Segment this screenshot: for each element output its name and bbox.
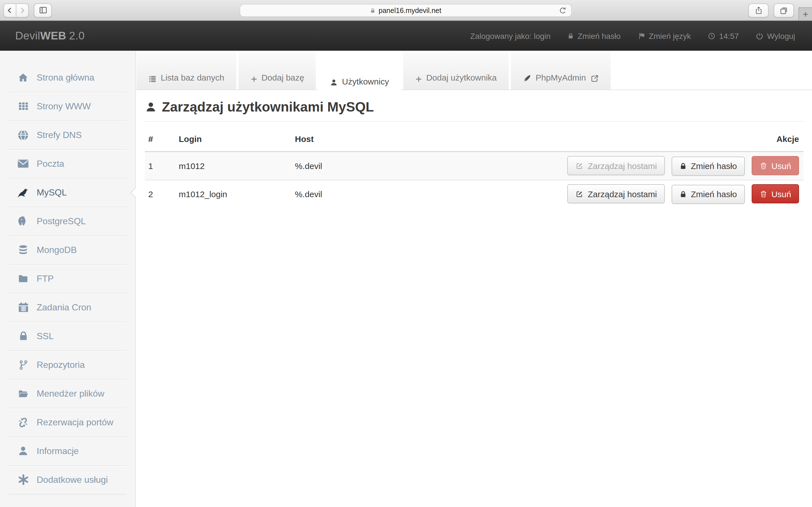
new-tab-button[interactable]: +	[799, 7, 812, 21]
mysql-tabs: Lista baz danych Dodaj bazę Użytkownicy …	[137, 51, 812, 90]
logout-link[interactable]: Wyloguj	[756, 31, 795, 40]
share-button[interactable]	[748, 3, 769, 17]
column-header-index: #	[145, 122, 179, 152]
row-host: %.devil	[295, 152, 563, 180]
sidebar-item-ftp[interactable]: FTP	[0, 264, 135, 293]
sidebar-item-poczta[interactable]: Poczta	[0, 149, 135, 178]
calendar-icon	[16, 301, 30, 313]
edit-icon	[575, 161, 584, 170]
change-language-link[interactable]: Zmień język	[638, 31, 691, 40]
manage-hosts-button[interactable]: Zarządzaj hostami	[567, 184, 665, 203]
mysql-users-table: # Login Host Akcje 1 m1012 %.devil	[145, 122, 804, 208]
sidebar-item-label: Strony WWW	[37, 101, 91, 111]
sidebar-item-rezerwacja-portow[interactable]: Rezerwacja portów	[0, 408, 135, 437]
sidebar-item-informacje[interactable]: Informacje	[0, 437, 135, 465]
manage-hosts-button[interactable]: Zarządzaj hostami	[567, 156, 665, 175]
lock-icon	[679, 162, 687, 170]
sidebar-item-repozytoria[interactable]: Repozytoria	[0, 350, 135, 379]
sidebar-item-label: Repozytoria	[37, 360, 85, 370]
user-icon	[16, 445, 30, 457]
lock-icon	[370, 7, 376, 14]
tab-dodaj-uzytkownika[interactable]: Dodaj użytkownika	[403, 51, 509, 90]
sidebar-item-strona-glowna[interactable]: Strona główna	[0, 63, 135, 92]
tab-dodaj-baze[interactable]: Dodaj bazę	[238, 51, 316, 90]
mysql-dolphin-icon	[16, 186, 30, 199]
refresh-icon[interactable]	[558, 6, 567, 17]
lock-icon	[567, 32, 574, 40]
row-host: %.devil	[295, 180, 563, 208]
sidebar-item-strony-www[interactable]: Strony WWW	[0, 92, 135, 121]
sidebar-item-menedzer-plikow[interactable]: Menedżer plików	[0, 379, 135, 408]
trash-icon	[760, 189, 767, 198]
folder-open-icon	[16, 388, 30, 399]
row-actions: Zarządzaj hostami Zmień hasło Usuń	[563, 180, 804, 208]
tab-overview-button[interactable]	[774, 3, 794, 17]
delete-button[interactable]: Usuń	[752, 184, 799, 203]
list-icon	[148, 75, 157, 83]
sidebar-item-label: MongoDB	[37, 245, 77, 255]
sidebar-item-strefy-dns[interactable]: Strefy DNS	[0, 121, 135, 149]
tab-phpmyadmin[interactable]: PhpMyAdmin	[511, 51, 611, 90]
browser-toolbar: panel16.mydevil.net +	[0, 0, 812, 21]
tab-overview-icon	[779, 6, 788, 15]
sidebar-item-label: Strefy DNS	[37, 130, 82, 140]
sidebar-item-postgresql[interactable]: PostgreSQL	[0, 207, 135, 235]
sidebar-toggle-button[interactable]	[34, 3, 52, 17]
sidebar-item-label: FTP	[37, 274, 54, 284]
change-password-button[interactable]: Zmień hasło	[672, 184, 745, 204]
row-login: m1012	[179, 152, 295, 180]
sidebar-item-ssl[interactable]: SSL	[0, 322, 135, 350]
tab-label: Dodaj bazę	[261, 73, 304, 82]
main-content: Lista baz danych Dodaj bazę Użytkownicy …	[137, 51, 812, 507]
change-password-link[interactable]: Zmień hasło	[567, 31, 621, 40]
sidebar-item-dodatkowe-uslugi[interactable]: Dodatkowe usługi	[0, 465, 135, 494]
sidebar-item-label: PostgreSQL	[37, 216, 86, 226]
sidebar-item-label: Informacje	[37, 446, 79, 456]
tab-label: PhpMyAdmin	[536, 73, 586, 82]
asterisk-icon	[16, 474, 30, 486]
sidebar-item-mongodb[interactable]: MongoDB	[0, 235, 135, 264]
forward-icon	[18, 6, 26, 14]
tab-uzytkownicy[interactable]: Użytkownicy	[318, 51, 401, 94]
postgresql-icon	[16, 215, 30, 227]
row-login: m1012_login	[179, 180, 295, 208]
lock-icon	[679, 190, 687, 198]
sidebar-item-label: Strona główna	[37, 72, 94, 82]
sidebar-item-label: SSL	[37, 331, 54, 341]
chain-broken-icon	[16, 416, 30, 429]
table-row: 2 m1012_login %.devil Zarządzaj hostami …	[145, 180, 804, 208]
home-icon	[16, 72, 30, 83]
git-branch-icon	[16, 358, 30, 371]
clock-indicator: 14:57	[708, 31, 739, 40]
screen: panel16.mydevil.net + DevilWEB2.0 Zalogo…	[0, 0, 812, 507]
app-logo: DevilWEB2.0	[15, 29, 85, 42]
lock-icon	[16, 330, 30, 342]
logged-in-as: Zalogowany jako: login	[470, 31, 551, 40]
tab-lista-baz-danych[interactable]: Lista baz danych	[137, 51, 236, 90]
trash-icon	[760, 161, 767, 170]
sidebar-item-zadania-cron[interactable]: Zadania Cron	[0, 293, 135, 322]
person-icon	[145, 101, 157, 113]
address-bar[interactable]: panel16.mydevil.net	[240, 4, 572, 17]
back-button[interactable]	[3, 3, 16, 17]
folder-icon	[16, 273, 30, 284]
sidebar-item-label: Zadania Cron	[37, 302, 91, 313]
external-link-icon	[591, 74, 599, 83]
envelope-icon	[16, 159, 30, 168]
sidebar-toggle-icon	[38, 6, 48, 15]
clock-icon	[708, 32, 716, 40]
delete-button[interactable]: Usuń	[752, 156, 799, 175]
change-password-button[interactable]: Zmień hasło	[672, 156, 745, 175]
sidebar-item-label: MySQL	[37, 187, 67, 198]
database-icon	[16, 244, 30, 256]
sidebar-item-mysql[interactable]: MySQL	[0, 178, 135, 207]
row-actions: Zarządzaj hostami Zmień hasło Usuń	[563, 152, 804, 180]
column-header-login: Login	[179, 122, 295, 152]
header-menu: Zalogowany jako: login Zmień hasło Zmień…	[470, 31, 795, 40]
pen-icon	[523, 74, 532, 83]
row-index: 1	[145, 152, 179, 180]
globe-icon	[16, 129, 30, 141]
mysql-users-panel: Zarządzaj użytkownikami MySQL # Login Ho…	[137, 99, 812, 208]
forward-button[interactable]	[16, 3, 29, 17]
column-header-akcje: Akcje	[563, 122, 804, 152]
